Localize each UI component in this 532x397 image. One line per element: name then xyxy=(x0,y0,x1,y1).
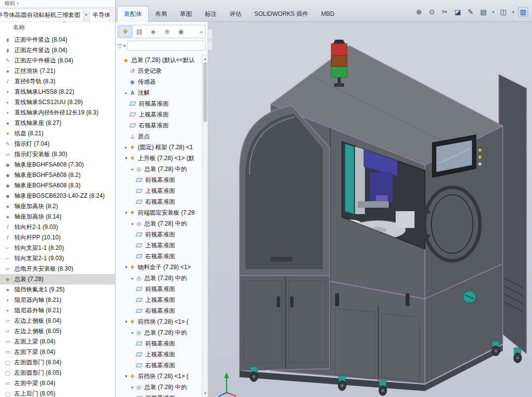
expand-arrow-icon[interactable]: ▾ xyxy=(123,156,129,161)
display-style-dropdown-icon[interactable]: ▾ xyxy=(511,7,515,17)
tree-item[interactable]: ▾前挡块 (7.28) <1> ( xyxy=(116,316,202,327)
explorer-item[interactable]: 轴承座BGSCB6203-L40-ZZ (8.24) xyxy=(0,191,115,201)
tree-item[interactable]: ▸总装 (7.28) 中的 xyxy=(116,218,202,229)
tree-item[interactable]: ▾前端固定安装板 (7.28 xyxy=(116,207,202,218)
scrollbar-thumb[interactable] xyxy=(203,62,207,122)
door-handle[interactable] xyxy=(290,296,294,307)
machine-lower-left-doors[interactable] xyxy=(239,276,330,371)
sheet-dropdown-icon[interactable]: ▾ xyxy=(491,7,495,17)
zoom-fit-icon[interactable]: ⊙ xyxy=(427,7,437,17)
explorer-item[interactable]: 指示灯安装板 (8.30) xyxy=(0,149,115,160)
tree-item[interactable]: 原点 xyxy=(116,131,202,142)
explorer-item[interactable]: 左面下梁 (8.04) xyxy=(0,347,115,357)
tree-item[interactable]: 上视基准面 xyxy=(116,109,202,120)
explorer-item[interactable]: 正面左件竖边 (8.04) xyxy=(0,45,115,56)
display-style-icon[interactable]: ◫ xyxy=(498,7,508,17)
explorer-item[interactable]: 转向杆PP (10.10) xyxy=(0,232,115,243)
round-access-door[interactable] xyxy=(424,187,480,261)
explorer-item[interactable]: 直线轴承LHSS8 (8.22) xyxy=(0,87,115,97)
expand-arrow-icon[interactable]: ▾ xyxy=(123,265,129,270)
expand-arrow-icon[interactable]: ▾ xyxy=(123,210,129,215)
door-handle[interactable] xyxy=(335,293,339,306)
tree-item[interactable]: 上视基准面 xyxy=(116,349,202,360)
hood-handle[interactable] xyxy=(271,257,293,262)
tree-item[interactable]: 传感器 xyxy=(116,76,202,87)
scroll-down-icon[interactable]: ▼ xyxy=(202,390,208,396)
explorer-item[interactable]: 指示灯 (7.04) xyxy=(0,139,115,149)
tree-item[interactable]: 右视基准面 xyxy=(116,251,202,262)
name-column-header[interactable]: 名称 ^ xyxy=(0,22,115,33)
tree-item[interactable]: 右视基准面 xyxy=(116,360,202,371)
explorer-item[interactable]: 直径6导轨 (8.3) xyxy=(0,76,115,87)
explorer-item[interactable]: 正面中件竖边 (8.04) xyxy=(0,35,115,45)
expand-arrow-icon[interactable]: ▾ xyxy=(123,319,129,324)
tree-item[interactable]: 上视基准面 xyxy=(116,240,202,251)
door-handle[interactable] xyxy=(406,293,410,306)
tree-item[interactable]: 前视基准面 xyxy=(116,338,202,349)
panel-buttons[interactable] xyxy=(478,149,481,166)
tab-assembly[interactable]: 装配体 xyxy=(117,6,149,22)
organize-menu[interactable]: 组织 ▾ xyxy=(0,0,115,7)
edit-appearance-icon[interactable]: ✎ xyxy=(466,7,475,17)
tree-item[interactable]: ▾物料盒子 (7.28) <1> xyxy=(116,262,202,273)
tree-item[interactable]: ▾后挡块 (7.28) <1> ( xyxy=(116,371,202,382)
task-pane-toggle-icon[interactable]: ▥ xyxy=(518,7,528,17)
explorer-item[interactable]: 轴承座BGHFSA608 (8.2) xyxy=(0,170,115,180)
tree-item[interactable]: 右视基准面 xyxy=(116,196,202,207)
tree-item[interactable]: 总装 (7.28) (默认<<默认 xyxy=(116,55,202,65)
tree-item[interactable]: 前视基准面 xyxy=(116,229,202,240)
door-handle[interactable] xyxy=(277,296,280,307)
section-view-icon[interactable]: ◪ xyxy=(453,7,463,17)
explorer-item[interactable]: 转向杆2-1 (9.03) xyxy=(0,222,115,232)
tree-item[interactable]: ▸总装 (7.28) 中的 xyxy=(116,164,202,174)
explorer-item[interactable]: 总装 (7.28) xyxy=(0,274,115,284)
explorer-item[interactable]: 阻尼器内轴 (8.21) xyxy=(0,295,115,305)
tab-sketch[interactable]: 草图 xyxy=(174,6,198,22)
expand-arrow-icon[interactable]: ▾ xyxy=(123,374,129,379)
explorer-item[interactable]: 左上后门 (8.05) xyxy=(0,389,115,397)
scroll-up-icon[interactable]: ▲ xyxy=(202,56,208,61)
explorer-item[interactable]: 正丝滑块 (7.21) xyxy=(0,66,115,76)
filter-caret-icon[interactable]: ▾ xyxy=(123,44,125,48)
configurationmanager-tab[interactable]: ◈ xyxy=(146,26,160,37)
tree-item[interactable]: 上视基准面 xyxy=(116,185,202,196)
explorer-tab-current[interactable]: 半导体晶圆自动贴标机三维套图 xyxy=(0,8,84,21)
tab-solidworks-addins[interactable]: SOLIDWORKS 插件 xyxy=(248,6,315,22)
explorer-item[interactable]: 轴承座BGHFSA608 (8.3) xyxy=(0,180,115,191)
explorer-item[interactable]: 直线轴承座 (8.27) xyxy=(0,118,115,128)
tab-markup[interactable]: 标注 xyxy=(198,6,223,22)
expand-arrow-icon[interactable]: ▸ xyxy=(130,385,135,390)
panel-overflow-chevron-icon[interactable]: » xyxy=(198,29,205,35)
featuremanager-tree-tab[interactable]: ❖ xyxy=(118,26,132,37)
explorer-item[interactable]: 左边上侧板 (8.04) xyxy=(0,316,115,326)
explorer-item[interactable]: 阻尼器外轴 (8.21) xyxy=(0,305,115,316)
tree-item[interactable]: ▾上升板 (7.28) <1> (默 xyxy=(116,153,202,164)
tree-item[interactable]: ▸(固定) 框架 (7.28) <1 xyxy=(116,142,202,153)
drawing-sheet-icon[interactable]: ▤ xyxy=(478,7,488,17)
teal-door-knob[interactable] xyxy=(463,291,476,303)
tree-filter-input[interactable] xyxy=(127,41,206,51)
explorer-item[interactable]: 轴座加高块 (8.14) xyxy=(0,212,115,222)
explorer-tab-secondary[interactable]: 半导体晶圆 xyxy=(89,8,110,21)
tab-evaluate[interactable]: 评估 xyxy=(223,6,248,22)
explorer-item[interactable]: 直线轴承SCS12UU (8.29) xyxy=(0,97,115,108)
expand-arrow-icon[interactable]: ▸ xyxy=(130,222,135,226)
tree-item[interactable]: 前视基准面 xyxy=(116,393,202,397)
explorer-item[interactable]: 轴座加高块 (8.2) xyxy=(0,201,115,212)
propertymanager-tab[interactable]: ▤ xyxy=(132,26,146,37)
tree-scrollbar[interactable]: ▲ ▼ xyxy=(202,55,208,397)
explorer-item[interactable]: 左面上梁 (8.04) xyxy=(0,337,115,347)
explorer-item[interactable]: 左面中梁 (8.04) xyxy=(0,378,115,389)
tree-item[interactable]: 右视基准面 xyxy=(116,120,202,131)
tree-item[interactable]: ▸注解 xyxy=(116,87,202,98)
expand-arrow-icon[interactable]: ▸ xyxy=(130,331,135,335)
explorer-item[interactable]: 阻挡铁氟龙1 (9.25) xyxy=(0,284,115,295)
tree-item[interactable]: 前视基准面 xyxy=(116,174,202,185)
tab-layout[interactable]: 布局 xyxy=(149,6,174,22)
explorer-item[interactable]: 转向支架1-1 (8.20) xyxy=(0,243,115,253)
tree-item[interactable]: 上视基准面 xyxy=(116,294,202,305)
explorer-item[interactable]: 转向支架2-1 (9.03) xyxy=(0,253,115,264)
tree-item[interactable]: 前视基准面 xyxy=(116,98,202,109)
expand-arrow-icon[interactable]: ▸ xyxy=(123,145,129,150)
explorer-item[interactable]: 纸盘 (8.21) xyxy=(0,128,115,139)
